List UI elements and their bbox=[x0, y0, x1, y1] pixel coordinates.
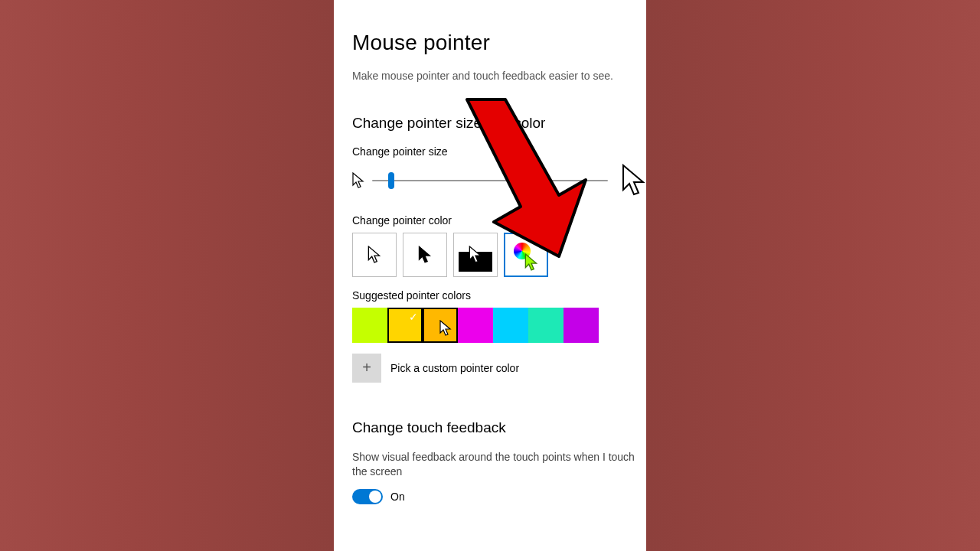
section-heading-touch: Change touch feedback bbox=[352, 419, 646, 436]
color-wheel-icon bbox=[511, 240, 541, 270]
slider-thumb[interactable] bbox=[388, 172, 394, 189]
pick-custom-color-row[interactable]: + Pick a custom pointer color bbox=[352, 354, 646, 383]
swatch-purple[interactable] bbox=[564, 308, 599, 343]
settings-panel: Mouse pointer Make mouse pointer and tou… bbox=[334, 0, 646, 551]
cursor-large-icon bbox=[622, 164, 646, 197]
stage: Mouse pointer Make mouse pointer and tou… bbox=[0, 0, 980, 551]
pointer-style-custom[interactable] bbox=[504, 233, 548, 277]
swatch-magenta[interactable] bbox=[458, 308, 493, 343]
pointer-size-label: Change pointer size bbox=[352, 145, 646, 158]
pillarbox-left bbox=[0, 0, 334, 551]
swatch-gold[interactable] bbox=[423, 308, 458, 343]
cursor-small-icon bbox=[352, 172, 364, 189]
plus-icon[interactable]: + bbox=[352, 354, 381, 383]
pointer-style-white[interactable] bbox=[352, 233, 397, 277]
suggested-color-swatches bbox=[352, 308, 646, 343]
page-subtitle: Make mouse pointer and touch feedback ea… bbox=[352, 69, 646, 84]
page-title: Mouse pointer bbox=[352, 31, 646, 55]
hover-cursor-icon bbox=[439, 320, 452, 337]
pillarbox-right bbox=[646, 0, 980, 551]
swatch-cyan[interactable] bbox=[493, 308, 528, 343]
pointer-style-black[interactable] bbox=[403, 233, 447, 277]
pointer-color-label: Change pointer color bbox=[352, 214, 646, 227]
pick-custom-label: Pick a custom pointer color bbox=[390, 362, 519, 374]
touch-feedback-description: Show visual feedback around the touch po… bbox=[352, 450, 643, 480]
touch-feedback-toggle-row: On bbox=[352, 489, 646, 504]
section-heading-pointer: Change pointer size and color bbox=[352, 115, 646, 132]
swatch-yellow[interactable] bbox=[387, 308, 423, 343]
suggested-colors-label: Suggested pointer colors bbox=[352, 289, 646, 302]
pointer-size-row bbox=[352, 164, 646, 197]
touch-feedback-state: On bbox=[390, 491, 405, 503]
touch-feedback-toggle[interactable] bbox=[352, 489, 383, 504]
pointer-style-inverted[interactable] bbox=[453, 233, 498, 277]
swatch-lime[interactable] bbox=[352, 308, 387, 343]
pointer-size-slider[interactable] bbox=[372, 180, 608, 181]
swatch-teal[interactable] bbox=[528, 308, 564, 343]
pointer-style-tiles bbox=[352, 233, 646, 277]
